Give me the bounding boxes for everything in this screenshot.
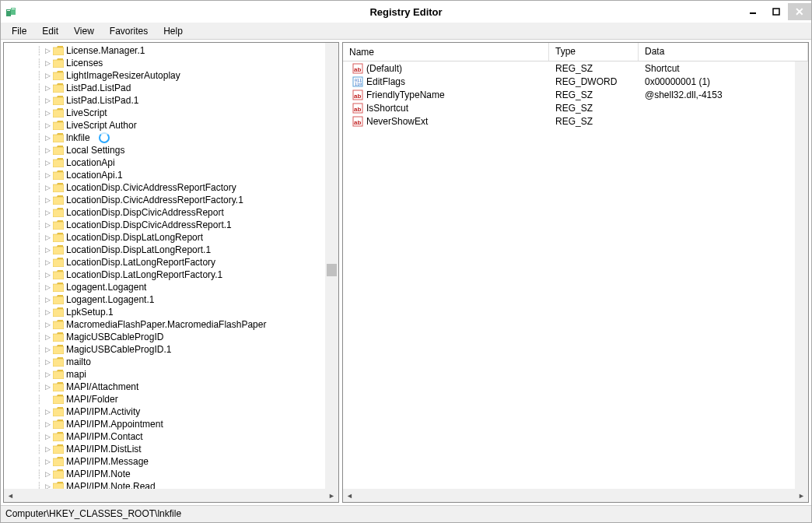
expand-icon[interactable]: ▷ [43, 184, 52, 191]
column-type[interactable]: Type [549, 43, 639, 61]
tree-item[interactable]: ┊▷MAPI/IPM.Contact [4, 430, 325, 443]
column-data[interactable]: Data [639, 43, 808, 61]
expand-icon[interactable]: ▷ [43, 321, 52, 328]
minimize-button[interactable] [741, 3, 765, 20]
tree-item[interactable]: ┊▷mapi [4, 368, 325, 381]
expand-icon[interactable]: ▷ [43, 308, 52, 316]
tree-item[interactable]: ┊▷LocationDisp.DispLatLongReport.1 [4, 244, 325, 256]
expand-icon[interactable]: ▷ [43, 109, 52, 117]
expand-icon[interactable]: ▷ [43, 383, 52, 391]
tree-item[interactable]: ┊▷MAPI/Attachment [4, 381, 325, 393]
menu-file[interactable]: File [4, 24, 34, 38]
expand-icon[interactable]: ▷ [43, 246, 52, 254]
tree-item[interactable]: ┊▷Local Settings [4, 144, 325, 156]
expand-icon[interactable]: ▷ [43, 171, 52, 179]
list-scrollbar-horizontal[interactable]: ◄► [343, 489, 808, 502]
svg-rect-30 [53, 346, 64, 354]
expand-icon[interactable]: ▷ [43, 47, 52, 54]
tree-item[interactable]: ┊▷License.Manager.1 [4, 44, 325, 57]
value-row[interactable]: ab(Default)REG_SZShortcut [343, 61, 795, 75]
expand-icon[interactable]: ▷ [43, 408, 52, 416]
tree-item[interactable]: ┊▷LocationDisp.DispLatLongReport [4, 231, 325, 244]
tree-item[interactable]: ┊▷LocationDisp.LatLongReportFactory.1 [4, 269, 325, 281]
tree-item[interactable]: ┊▷LiveScript Author [4, 119, 325, 132]
expand-icon[interactable]: ▷ [43, 258, 52, 266]
expand-icon[interactable]: ▷ [43, 370, 52, 378]
tree-item[interactable]: ┊▷MagicUSBCableProgID.1 [4, 343, 325, 356]
menu-view[interactable]: View [66, 24, 102, 38]
tree-item[interactable]: ┊▷MAPI/IPM.Activity [4, 405, 325, 418]
value-type: REG_SZ [549, 63, 639, 74]
expand-icon[interactable]: ▷ [43, 283, 52, 291]
expand-icon[interactable]: ▷ [43, 159, 52, 167]
tree-item[interactable]: ┊▷Logagent.Logagent.1 [4, 293, 325, 306]
tree-item[interactable]: ┊▷MagicUSBCableProgID [4, 331, 325, 343]
tree-item[interactable]: ┊▷LocationDisp.CivicAddressReportFactory [4, 181, 325, 194]
tree-item[interactable]: ┊▷ListPad.ListPad [4, 82, 325, 94]
tree-item[interactable]: ┊▷LocationDisp.DispCivicAddressReport [4, 206, 325, 219]
menu-edit[interactable]: Edit [34, 24, 66, 38]
list-scrollbar-vertical[interactable] [795, 61, 808, 489]
expand-icon[interactable]: ▷ [43, 358, 52, 366]
tree-item[interactable]: ┊▷MAPI/IPM.Message [4, 455, 325, 468]
tree-item[interactable]: ┊▷LocationApi.1 [4, 169, 325, 181]
tree-item[interactable]: ┊▷LocationDisp.LatLongReportFactory [4, 256, 325, 269]
expand-icon[interactable]: ▷ [43, 483, 52, 489]
value-type: REG_SZ [549, 90, 639, 100]
expand-icon[interactable]: ▷ [43, 296, 52, 304]
value-row[interactable]: abNeverShowExtREG_SZ [343, 114, 795, 128]
menu-favorites[interactable]: Favorites [102, 24, 156, 38]
expand-icon[interactable]: ▷ [43, 271, 52, 279]
tree-item[interactable]: ┊▷ListPad.ListPad.1 [4, 94, 325, 107]
tree-item[interactable]: ┊▷MAPI/IPM.Note [4, 468, 325, 480]
value-row[interactable]: abFriendlyTypeNameREG_SZ@shell32.dll,-41… [343, 88, 795, 101]
tree-item[interactable]: ┊▷LightImageResizerAutoplay [4, 69, 325, 82]
tree-item[interactable]: ┊▷MAPI/IPM.DistList [4, 443, 325, 455]
tree-item[interactable]: ┊▷LocationApi [4, 156, 325, 169]
expand-icon[interactable]: ▷ [43, 233, 52, 241]
tree-item[interactable]: ┊▷Logagent.Logagent [4, 281, 325, 293]
expand-icon[interactable]: ▷ [43, 346, 52, 353]
expand-icon[interactable]: ▷ [43, 470, 52, 478]
tree-item[interactable]: ┊MAPI/Folder [4, 393, 325, 405]
tree-line: ┊ [35, 108, 43, 118]
maximize-button[interactable] [765, 3, 788, 20]
tree-scrollbar-horizontal[interactable]: ◄► [4, 489, 338, 502]
tree-item[interactable]: ┊▷MacromediaFlashPaper.MacromediaFlashPa… [4, 318, 325, 331]
column-name[interactable]: Name [343, 43, 549, 61]
expand-icon[interactable]: ▷ [43, 134, 52, 142]
close-button[interactable]: ✕ [788, 3, 811, 20]
svg-rect-8 [53, 72, 64, 80]
tree-item[interactable]: ┊▷MAPI/IPM.Note.Read [4, 480, 325, 489]
tree-item[interactable]: ┊▷LocationDisp.CivicAddressReportFactory… [4, 194, 325, 206]
expand-icon[interactable]: ▷ [43, 59, 52, 67]
expand-icon[interactable]: ▷ [43, 97, 52, 104]
tree-item[interactable]: ┊▷Licenses [4, 57, 325, 69]
tree-item[interactable]: ┊▷MAPI/IPM.Appointment [4, 418, 325, 430]
expand-icon[interactable]: ▷ [43, 458, 52, 465]
expand-icon[interactable]: ▷ [43, 420, 52, 428]
tree-item[interactable]: ┊▷LpkSetup.1 [4, 306, 325, 318]
expand-icon[interactable]: ▷ [43, 121, 52, 129]
expand-icon[interactable]: ▷ [43, 433, 52, 441]
tree-item[interactable]: ┊▷lnkfile [4, 132, 325, 144]
values-list[interactable]: ab(Default)REG_SZShortcut011110EditFlags… [343, 61, 795, 489]
expand-icon[interactable]: ▷ [43, 196, 52, 204]
expand-icon[interactable]: ▷ [43, 84, 52, 92]
tree-item[interactable]: ┊▷LocationDisp.DispCivicAddressReport.1 [4, 219, 325, 231]
value-row[interactable]: abIsShortcutREG_SZ [343, 101, 795, 114]
expand-icon[interactable]: ▷ [43, 72, 52, 79]
expand-icon[interactable]: ▷ [43, 146, 52, 154]
expand-icon[interactable]: ▷ [43, 445, 52, 453]
expand-icon[interactable]: ▷ [43, 333, 52, 341]
tree-item[interactable]: ┊▷LiveScript [4, 107, 325, 119]
svg-rect-37 [53, 433, 64, 441]
expand-icon[interactable]: ▷ [43, 209, 52, 216]
menu-help[interactable]: Help [156, 24, 191, 38]
expand-icon[interactable]: ▷ [43, 221, 52, 229]
tree-scrollbar-vertical[interactable] [325, 43, 338, 489]
value-row[interactable]: 011110EditFlagsREG_DWORD0x00000001 (1) [343, 75, 795, 88]
tree-item[interactable]: ┊▷mailto [4, 356, 325, 368]
scroll-thumb[interactable] [327, 264, 337, 276]
registry-tree[interactable]: ┊▷License.Manager.1┊▷Licenses┊▷LightImag… [4, 43, 325, 489]
